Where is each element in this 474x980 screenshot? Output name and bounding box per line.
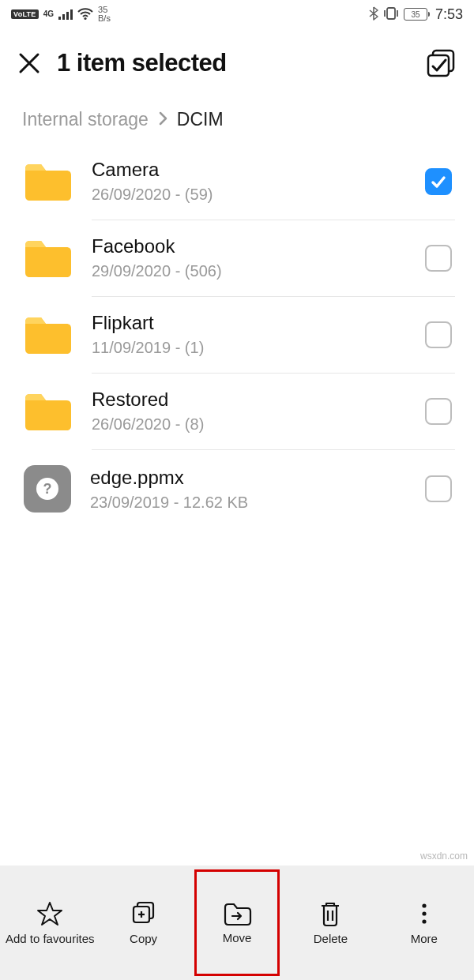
close-icon[interactable] [17,51,41,75]
trash-icon [318,900,342,927]
folder-icon [22,238,73,279]
item-meta: 23/09/2019 - 12.62 KB [90,494,406,512]
checkbox[interactable] [425,245,452,272]
svg-rect-0 [58,17,61,20]
chevron-right-icon [158,109,167,130]
item-name: Facebook [92,235,406,257]
svg-rect-3 [70,9,73,20]
more-button[interactable]: More [378,865,471,980]
breadcrumb-current: DCIM [177,109,224,130]
item-meta: 26/06/2020 - (8) [92,415,406,434]
copy-icon [130,900,157,927]
svg-rect-9 [428,55,449,76]
watermark: wsxdn.com [420,850,468,862]
network-4g-label: 4G [43,10,54,18]
action-label: Move [223,931,252,945]
folder-icon [22,391,73,432]
clock: 7:53 [435,6,463,23]
selection-header: 1 item selected [0,27,474,88]
breadcrumb-root[interactable]: Internal storage [22,109,149,130]
vibrate-icon [383,6,399,23]
copy-button[interactable]: Copy [96,865,190,980]
move-button[interactable]: Move [190,865,284,980]
move-folder-icon [222,901,252,926]
wifi-icon [77,8,93,21]
action-bar: Add to favourites Copy Move Delete More [0,865,474,980]
delete-button[interactable]: Delete [284,865,377,980]
volte-badge: VoLTE [11,9,39,19]
list-item[interactable]: Flipkart 11/09/2019 - (1) [0,296,474,373]
breadcrumb: Internal storage DCIM [0,88,474,143]
svg-rect-5 [387,8,395,19]
status-bar: VoLTE 4G 35 B/s 35 7:53 [0,0,474,27]
item-meta: 11/09/2019 - (1) [92,339,406,357]
svg-text:?: ? [43,481,52,497]
unknown-file-icon: ? [24,465,71,513]
item-meta: 26/09/2020 - (59) [92,186,406,204]
svg-point-20 [422,919,426,923]
network-speed: 35 B/s [98,6,111,23]
list-item[interactable]: ? edge.ppmx 23/09/2019 - 12.62 KB [0,449,474,528]
select-all-icon[interactable] [425,47,457,79]
star-icon [36,900,63,927]
action-label: More [411,932,438,946]
checkbox[interactable] [425,321,452,348]
checkbox[interactable] [425,398,452,425]
svg-rect-2 [66,12,69,20]
bluetooth-icon [369,6,378,23]
list-item[interactable]: Camera 26/09/2020 - (59) [0,143,474,220]
action-label: Delete [314,932,348,946]
checkbox[interactable] [425,475,452,502]
svg-point-19 [422,911,426,915]
item-meta: 29/09/2020 - (506) [92,262,406,280]
folder-icon [22,161,73,202]
folder-icon [22,314,73,355]
action-label: Add to favourites [6,932,95,946]
action-label: Copy [130,932,157,946]
item-name: edge.ppmx [90,467,406,489]
list-item[interactable]: Facebook 29/09/2020 - (506) [0,220,474,296]
item-name: Restored [92,389,406,411]
signal-icon [58,9,73,20]
checkbox[interactable] [425,168,452,195]
item-name: Flipkart [92,312,406,334]
page-title: 1 item selected [57,49,227,77]
svg-rect-1 [62,14,65,20]
list-item[interactable]: Restored 26/06/2020 - (8) [0,373,474,449]
file-list: Camera 26/09/2020 - (59) Facebook 29/09/… [0,143,474,528]
svg-point-4 [84,17,86,20]
item-name: Camera [92,159,406,181]
favourites-button[interactable]: Add to favourites [3,865,96,980]
svg-point-18 [422,903,426,907]
battery-indicator: 35 [404,8,427,21]
more-vertical-icon [420,900,428,927]
